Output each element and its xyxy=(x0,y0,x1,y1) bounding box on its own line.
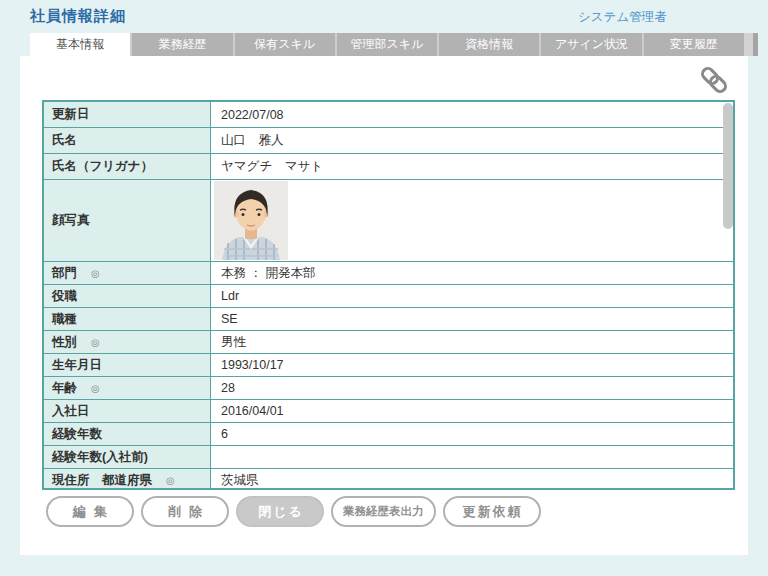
table-row: 氏名山口 雅人 xyxy=(44,128,733,154)
tab-owned-skills[interactable]: 保有スキル xyxy=(235,33,335,56)
required-marker-icon: ◎ xyxy=(91,383,100,394)
required-marker-icon: ◎ xyxy=(166,475,175,486)
tab-strip-filler xyxy=(744,33,753,56)
row-label: 職種 xyxy=(44,308,211,330)
row-value: 1993/10/17 xyxy=(211,354,733,376)
row-value: 2022/07/08 xyxy=(211,102,733,127)
table-row: 役職Ldr xyxy=(44,285,733,308)
row-label: 氏名（フリガナ） xyxy=(44,154,211,179)
tab-assign-status[interactable]: アサイン状況 xyxy=(541,33,641,56)
row-value: 山口 雅人 xyxy=(211,128,733,153)
tab-change-history[interactable]: 変更履歴 xyxy=(644,33,744,56)
row-value: 6 xyxy=(211,423,733,445)
row-label: 入社日 xyxy=(44,400,211,422)
table-scrollbar-thumb[interactable] xyxy=(723,103,733,229)
row-label: 生年月日 xyxy=(44,354,211,376)
table-row: 生年月日1993/10/17 xyxy=(44,354,733,377)
table-row: 現住所 都道府県◎茨城県 xyxy=(44,469,733,490)
table-row: 経験年数(入社前) xyxy=(44,446,733,469)
employee-photo xyxy=(214,181,288,260)
tab-basic-info[interactable]: 基本情報 xyxy=(30,33,130,56)
table-row: 性別◎男性 xyxy=(44,331,733,354)
table-row: 部門◎本務 ： 開発本部 xyxy=(44,262,733,285)
table-row: 氏名（フリガナ）ヤマグチ マサト xyxy=(44,154,733,180)
button-row: 編集削除閉じる業務経歴表出力更新依頼 xyxy=(46,496,541,527)
update-request-button[interactable]: 更新依頼 xyxy=(443,496,541,527)
row-label: 性別◎ xyxy=(44,331,211,353)
row-value: 2016/04/01 xyxy=(211,400,733,422)
table-row: 職種SE xyxy=(44,308,733,331)
edit-button[interactable]: 編集 xyxy=(46,496,134,527)
row-value: 茨城県 xyxy=(211,469,733,490)
row-value xyxy=(211,180,733,261)
tab-strip-end-bar xyxy=(753,33,758,56)
row-label: 顔写真 xyxy=(44,180,211,261)
export-history-button[interactable]: 業務経歴表出力 xyxy=(331,496,436,527)
row-label: 経験年数(入社前) xyxy=(44,446,211,468)
required-marker-icon: ◎ xyxy=(91,268,100,279)
required-marker-icon: ◎ xyxy=(91,337,100,348)
table-row: 更新日2022/07/08 xyxy=(44,102,733,128)
row-value: Ldr xyxy=(211,285,733,307)
row-value xyxy=(211,446,733,468)
logged-in-user-link[interactable]: システム管理者 xyxy=(578,9,667,26)
row-label: 年齢◎ xyxy=(44,377,211,399)
row-value: 男性 xyxy=(211,331,733,353)
page-title: 社員情報詳細 xyxy=(30,7,126,26)
row-value: SE xyxy=(211,308,733,330)
tab-certifications[interactable]: 資格情報 xyxy=(439,33,539,56)
row-value: 28 xyxy=(211,377,733,399)
table-row: 入社日2016/04/01 xyxy=(44,400,733,423)
close-button[interactable]: 閉じる xyxy=(236,496,324,527)
table-row: 年齢◎28 xyxy=(44,377,733,400)
row-label: 経験年数 xyxy=(44,423,211,445)
row-label: 部門◎ xyxy=(44,262,211,284)
table-row: 経験年数6 xyxy=(44,423,733,446)
table-row: 顔写真 xyxy=(44,180,733,262)
tab-admin-skills[interactable]: 管理部スキル xyxy=(337,33,437,56)
row-label: 更新日 xyxy=(44,102,211,127)
link-icon[interactable] xyxy=(698,64,730,96)
detail-table: 更新日2022/07/08氏名山口 雅人氏名（フリガナ）ヤマグチ マサト顔写真 … xyxy=(42,100,735,490)
row-value: ヤマグチ マサト xyxy=(211,154,733,179)
row-value: 本務 ： 開発本部 xyxy=(211,262,733,284)
tab-work-history[interactable]: 業務経歴 xyxy=(132,33,232,56)
tab-bar: 基本情報業務経歴保有スキル管理部スキル資格情報アサイン状況変更履歴 xyxy=(30,33,744,56)
row-label: 役職 xyxy=(44,285,211,307)
delete-button[interactable]: 削除 xyxy=(141,496,229,527)
row-label: 現住所 都道府県◎ xyxy=(44,469,211,490)
row-label: 氏名 xyxy=(44,128,211,153)
